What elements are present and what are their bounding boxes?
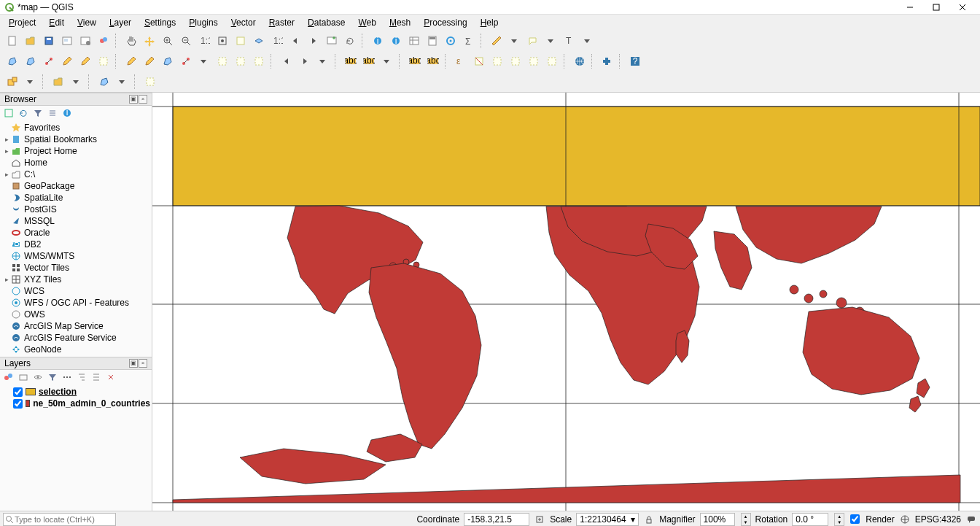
browser-item-postgis[interactable]: PostGIS	[1, 204, 150, 215]
render-checkbox[interactable]	[850, 514, 860, 524]
menu-raster[interactable]: Raster	[263, 16, 300, 29]
locate-search[interactable]	[3, 513, 116, 526]
vertex-button[interactable]	[41, 53, 57, 69]
add-group-icon[interactable]	[18, 371, 29, 383]
zoom-next-button[interactable]	[297, 53, 313, 69]
drop-button[interactable]	[69, 74, 85, 90]
menu-web[interactable]: Web	[352, 16, 381, 29]
layout-button[interactable]	[59, 33, 75, 49]
menu-processing[interactable]: Processing	[418, 16, 472, 29]
browser-item-geopackage[interactable]: GeoPackage	[1, 180, 150, 192]
save-button[interactable]	[41, 33, 57, 49]
poly-button[interactable]	[23, 53, 39, 69]
zoom-full-button[interactable]	[214, 33, 230, 49]
browser-item-wms-wmts[interactable]: WMS/WMTS	[1, 250, 150, 262]
magnifier-value[interactable]: 100%	[700, 513, 735, 526]
layer-ne_50m_admin_0_countries[interactable]: ne_50m_admin_0_countries	[1, 398, 150, 409]
vertex-button[interactable]	[178, 53, 194, 69]
abc-button[interactable]: abc	[407, 53, 423, 69]
refresh-icon[interactable]	[18, 107, 29, 119]
help-button[interactable]: ?	[627, 53, 643, 69]
sel-rect-button[interactable]	[233, 53, 249, 69]
abc-button[interactable]: abc	[361, 53, 377, 69]
messages-icon[interactable]	[965, 514, 977, 525]
menu-help[interactable]: Help	[475, 16, 505, 29]
coordinate-toggle-icon[interactable]	[534, 514, 545, 525]
edit-button[interactable]	[123, 53, 139, 69]
globe-button[interactable]	[572, 53, 588, 69]
zoom-next-button[interactable]	[306, 33, 322, 49]
zoom-sel-button[interactable]	[233, 33, 249, 49]
coordinate-value[interactable]: -158.3,21.5	[464, 513, 529, 526]
menu-edit[interactable]: Edit	[43, 16, 70, 29]
poly-button[interactable]	[96, 74, 112, 90]
browser-item-c-[interactable]: ▸C:\	[1, 169, 150, 180]
refresh-button[interactable]	[342, 33, 358, 49]
browser-item-geonode[interactable]: GeoNode	[1, 344, 150, 355]
menu-layer[interactable]: Layer	[104, 16, 137, 29]
measure-button[interactable]	[489, 33, 505, 49]
browser-item-vector-tiles[interactable]: Vector Tiles	[1, 262, 150, 274]
crs-label[interactable]: EPSG:4326	[915, 514, 961, 525]
filter-icon[interactable]	[32, 107, 44, 119]
drop-button[interactable]	[23, 74, 39, 90]
sel-rect-button[interactable]	[526, 53, 542, 69]
rotation-spinner[interactable]: ▲▼	[834, 513, 844, 526]
drop-button[interactable]	[580, 33, 596, 49]
zoom-out-button[interactable]	[178, 33, 194, 49]
add-layer-icon[interactable]	[3, 107, 15, 119]
toolbox-button[interactable]	[443, 33, 459, 49]
pan-button[interactable]	[123, 33, 139, 49]
rotation-value[interactable]: 0.0 °	[792, 513, 828, 526]
close-button[interactable]	[949, 0, 976, 14]
browser-item-project-home[interactable]: ▸Project Home	[1, 145, 150, 157]
annot-button[interactable]: T	[561, 33, 578, 49]
sum-button[interactable]: Σ	[461, 33, 477, 49]
drop-button[interactable]	[379, 53, 395, 69]
filter-layers-icon[interactable]	[47, 371, 58, 383]
zoom-last-button[interactable]	[279, 53, 295, 69]
magnifier-spinner[interactable]: ▲▼	[741, 513, 751, 526]
visibility-icon[interactable]	[32, 371, 44, 383]
browser-item-spatialite[interactable]: SpatiaLite	[1, 192, 150, 204]
identify-button[interactable]: i	[370, 33, 386, 49]
edit-button[interactable]	[141, 53, 158, 69]
abc-button[interactable]: abc	[425, 53, 441, 69]
minimize-button[interactable]	[897, 0, 923, 14]
sel-rect-button[interactable]	[508, 53, 524, 69]
collapse-all-icon[interactable]	[90, 371, 102, 383]
browser-item-spatial-bookmarks[interactable]: ▸Spatial Bookmarks	[1, 134, 150, 145]
layers-dock-button[interactable]: ▣	[129, 359, 138, 368]
tips-button[interactable]	[525, 33, 541, 49]
scale-value[interactable]: 1:22130464▾	[576, 513, 639, 526]
locate-input[interactable]	[13, 514, 114, 525]
browser-item-arcgis-feature-service[interactable]: ArcGIS Feature Service	[1, 332, 150, 344]
edit-button[interactable]	[77, 53, 93, 69]
drop-button[interactable]	[114, 74, 131, 90]
menu-view[interactable]: View	[71, 16, 102, 29]
browser-item-arcgis-map-service[interactable]: ArcGIS Map Service	[1, 320, 150, 332]
layer-selection[interactable]: selection	[1, 386, 150, 398]
menu-database[interactable]: Database	[302, 16, 351, 29]
expand-icon[interactable]: ⋯	[61, 371, 73, 383]
style-mgr-button[interactable]	[96, 33, 112, 49]
menu-mesh[interactable]: Mesh	[384, 16, 416, 29]
new-button[interactable]	[4, 33, 20, 49]
browser-close-button[interactable]: ×	[139, 95, 147, 104]
browser-item-mssql[interactable]: MSSQL	[1, 215, 150, 227]
layers-close-button[interactable]: ×	[139, 359, 147, 368]
browser-item-ows[interactable]: OWS	[1, 309, 150, 320]
layout-mgr-button[interactable]	[77, 33, 93, 49]
sel-rect-button[interactable]	[142, 74, 158, 90]
layer-checkbox[interactable]	[13, 399, 23, 409]
poly-button[interactable]	[160, 53, 176, 69]
browser-item-favorites[interactable]: Favorites	[1, 122, 150, 134]
sel-rect-button[interactable]	[489, 53, 505, 69]
pan-sel-button[interactable]	[141, 33, 158, 49]
zoom-last-button[interactable]	[287, 33, 303, 49]
browser-item-wfs-ogc-api-features[interactable]: WFS / OGC API - Features	[1, 297, 150, 309]
style-icon[interactable]	[3, 371, 15, 383]
drop-button[interactable]	[196, 53, 212, 69]
open-button[interactable]	[23, 33, 39, 49]
identify-button[interactable]: i	[388, 33, 404, 49]
